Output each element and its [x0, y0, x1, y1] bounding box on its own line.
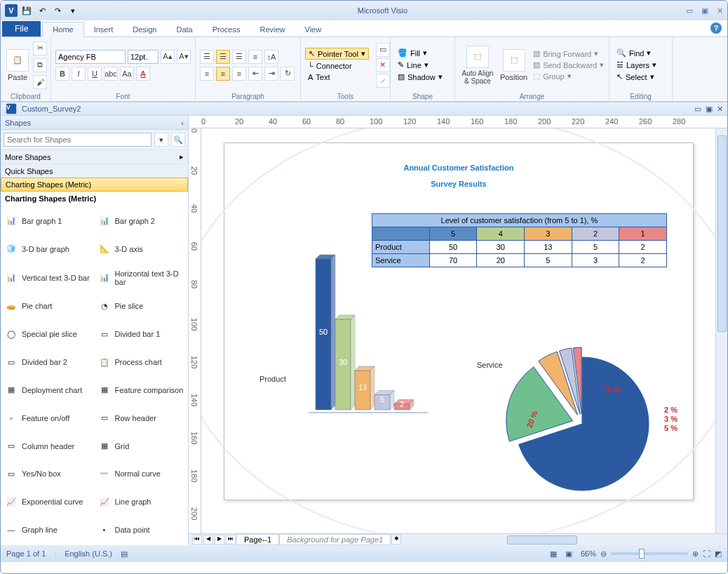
shape-item[interactable]: 〰Normal curve	[95, 461, 187, 486]
shape-item[interactable]: ▭Row header	[95, 406, 187, 431]
bold-button[interactable]: B	[55, 67, 69, 81]
tab-review[interactable]: Review	[250, 22, 295, 36]
shape-item[interactable]: 📐3-D axis	[95, 236, 187, 262]
cut-icon[interactable]: ✂	[33, 41, 47, 55]
shape-item[interactable]: ▭Yes/No box	[2, 461, 94, 486]
zoom-in-icon[interactable]: ⊕	[692, 549, 699, 559]
shape-item[interactable]: ▭Divided bar 2	[2, 349, 94, 375]
tab-insert[interactable]: Insert	[84, 22, 123, 36]
shape-item[interactable]: ▭Divided bar 1	[95, 321, 187, 347]
align-middle-icon[interactable]: ☰	[216, 50, 230, 64]
shape-item[interactable]: ▭Column header	[2, 434, 94, 459]
shape-item[interactable]: ◯Special pie slice	[2, 321, 94, 347]
zoom-slider[interactable]	[611, 552, 688, 555]
redo-icon[interactable]: ↷	[51, 4, 64, 17]
close-icon[interactable]: ✕	[717, 6, 723, 15]
minimize-icon[interactable]: ▭	[686, 6, 693, 15]
underline-button[interactable]: U	[88, 67, 102, 81]
italic-button[interactable]: I	[72, 67, 86, 81]
qat-dropdown-icon[interactable]: ▾	[67, 4, 79, 17]
more-shapes-row[interactable]: More Shapes▸	[1, 149, 188, 163]
decrease-indent-icon[interactable]: ⇤	[248, 67, 262, 81]
tab-view[interactable]: View	[295, 22, 332, 36]
paste-button[interactable]: 📋 Paste	[5, 48, 30, 83]
align-bottom-icon[interactable]: ☰	[232, 50, 246, 64]
tab-data[interactable]: Data	[166, 22, 202, 36]
align-top-icon[interactable]: ☰	[200, 50, 214, 64]
group-button[interactable]: ⬚ Group ▾	[532, 71, 605, 81]
position-button[interactable]: ⬚Position	[499, 48, 529, 83]
shape-item[interactable]: 📈Line graph	[95, 489, 187, 514]
horizontal-scrollbar[interactable]	[402, 534, 727, 545]
shape-item[interactable]: 📊Bar graph 1	[2, 208, 94, 234]
collapse-icon[interactable]: ‹	[181, 119, 184, 127]
font-size-combo[interactable]: 12pt.	[128, 50, 159, 64]
file-tab[interactable]: File	[2, 21, 41, 36]
bring-forward-button[interactable]: ▧ Bring Forward ▾	[532, 48, 605, 59]
shape-item[interactable]: 📊Horizontal text 3-D bar	[95, 265, 187, 291]
align-center-icon[interactable]: ≡	[216, 67, 230, 81]
macro-icon[interactable]: ▤	[121, 549, 128, 559]
connector-tool[interactable]: └Connector	[305, 61, 369, 71]
page-tab-1[interactable]: Page--1	[236, 534, 279, 545]
view-normal-icon[interactable]: ▦	[550, 549, 557, 559]
undo-icon[interactable]: ↶	[36, 4, 48, 17]
tab-process[interactable]: Process	[203, 22, 250, 36]
vertical-scrollbar[interactable]	[715, 128, 727, 533]
tab-home[interactable]: Home	[42, 22, 83, 37]
strikethrough-button[interactable]: abc	[104, 67, 118, 81]
new-page-icon[interactable]: ✱	[391, 535, 401, 545]
copy-icon[interactable]: ⧉	[33, 58, 47, 72]
help-icon[interactable]: ?	[710, 22, 722, 34]
maximize-icon[interactable]: ▣	[701, 6, 708, 15]
format-painter-icon[interactable]: 🖌	[33, 75, 47, 89]
search-icon[interactable]: 🔍	[171, 133, 185, 147]
quick-shapes-row[interactable]: Quick Shapes	[1, 163, 188, 178]
zoom-level[interactable]: 66%	[581, 549, 596, 558]
decrease-font-icon[interactable]: A▾	[177, 50, 191, 64]
pan-zoom-icon[interactable]: ◩	[715, 549, 722, 559]
line-button[interactable]: ✎Line ▾	[395, 60, 445, 70]
tab-design[interactable]: Design	[123, 22, 166, 36]
find-button[interactable]: 🔍Find ▾	[614, 48, 659, 58]
view-fullscreen-icon[interactable]: ▣	[565, 549, 572, 559]
align-right-icon[interactable]: ≡	[232, 67, 246, 81]
language-indicator[interactable]: English (U.S.)	[65, 549, 112, 558]
line-tool-icon[interactable]: ⟋	[376, 74, 390, 88]
shape-item[interactable]: 🥧Pie chart	[2, 293, 94, 319]
shape-item[interactable]: ▦Grid	[95, 434, 187, 459]
send-backward-button[interactable]: ▧ Send Backward ▾	[532, 60, 605, 70]
search-dropdown-icon[interactable]: ▾	[154, 133, 168, 147]
doc-minimize-icon[interactable]: ▭	[694, 105, 701, 114]
shape-item[interactable]: 📊Vertical text 3-D bar	[2, 265, 94, 291]
shape-item[interactable]: ◔Pie slice	[95, 293, 187, 319]
rectangle-tool-icon[interactable]: ▭	[376, 43, 390, 57]
shape-item[interactable]: ▫Feature on/off	[2, 406, 94, 431]
doc-close-icon[interactable]: ✕	[717, 105, 723, 114]
select-button[interactable]: ↖Select ▾	[614, 72, 659, 82]
shape-item[interactable]: —Graph line	[2, 517, 94, 542]
save-icon[interactable]: 💾	[20, 4, 33, 17]
case-button[interactable]: Aa	[120, 67, 134, 81]
align-left-icon[interactable]: ≡	[200, 67, 214, 81]
shape-item[interactable]: 📊Bar graph 2	[95, 208, 187, 234]
shape-item[interactable]: 🧊3-D bar graph	[2, 236, 94, 262]
shadow-button[interactable]: ▨Shadow ▾	[395, 72, 445, 82]
text-direction-icon[interactable]: ↕A	[264, 50, 278, 64]
shape-item[interactable]: •Data point	[95, 517, 187, 542]
connection-point-icon[interactable]: ✕	[376, 58, 390, 72]
page-tab-background[interactable]: Background for page Page1	[279, 534, 391, 545]
font-family-combo[interactable]: Agency FB	[55, 50, 126, 64]
fill-button[interactable]: 🪣Fill ▾	[395, 48, 445, 58]
drawing-canvas[interactable]: Annual Customer SatisfactionSurvey Resul…	[201, 128, 715, 533]
shape-item[interactable]: 📋Process chart	[95, 349, 187, 375]
search-input[interactable]	[4, 133, 151, 147]
doc-restore-icon[interactable]: ▣	[706, 105, 713, 114]
layers-button[interactable]: ☱Layers ▾	[614, 60, 659, 70]
increase-font-icon[interactable]: A▴	[161, 50, 175, 64]
shape-item[interactable]: 📈Exponential curve	[2, 489, 94, 514]
increase-indent-icon[interactable]: ⇥	[264, 67, 278, 81]
shape-item[interactable]: ▦Feature comparison	[95, 378, 187, 403]
last-page-icon[interactable]: ⏭	[226, 535, 236, 545]
shape-item[interactable]: ▦Deployment chart	[2, 378, 94, 403]
